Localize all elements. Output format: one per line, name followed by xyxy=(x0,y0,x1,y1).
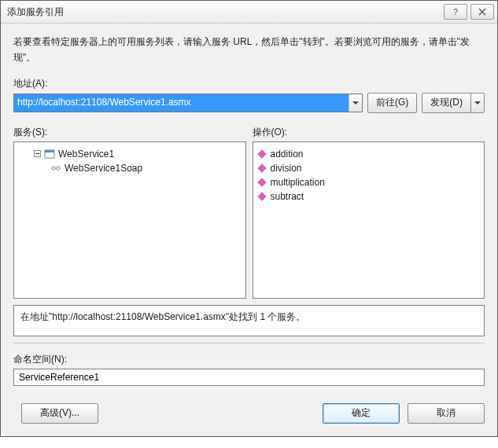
tree-row[interactable]: WebService1Soap xyxy=(16,161,244,175)
discover-button[interactable]: 发现(D) xyxy=(422,93,471,113)
address-value[interactable]: http://localhost:21108/WebService1.asmx xyxy=(14,94,349,112)
status-box: 在地址"http://localhost:21108/WebService1.a… xyxy=(13,305,485,336)
list-item[interactable]: addition xyxy=(255,147,483,161)
namespace-label: 命名空间(N): xyxy=(13,353,485,366)
instructions-text: 若要查看特定服务器上的可用服务列表，请输入服务 URL，然后单击"转到"。若要浏… xyxy=(13,35,485,66)
svg-point-3 xyxy=(52,166,55,169)
divider xyxy=(13,343,485,343)
address-row: http://localhost:21108/WebService1.asmx … xyxy=(13,93,485,113)
operation-label: subtract xyxy=(271,191,304,202)
operations-list[interactable]: addition division multiplication subtrac… xyxy=(253,141,485,299)
help-button[interactable]: ? xyxy=(444,4,467,20)
close-button[interactable] xyxy=(470,4,494,20)
expander-icon[interactable] xyxy=(33,150,41,157)
titlebar: 添加服务引用 ? xyxy=(1,0,497,24)
operation-label: addition xyxy=(271,149,304,160)
services-column: 服务(S): WebService1 xyxy=(13,126,246,299)
dialog-body: 若要查看特定服务器上的可用服务列表，请输入服务 URL，然后单击"转到"。若要浏… xyxy=(1,24,497,436)
ok-button[interactable]: 确定 xyxy=(323,403,400,424)
svg-rect-5 xyxy=(257,149,266,158)
cancel-button[interactable]: 取消 xyxy=(408,403,485,424)
svg-rect-7 xyxy=(257,178,266,186)
list-item[interactable]: multiplication xyxy=(255,175,483,189)
window-title: 添加服务引用 xyxy=(7,6,441,19)
operation-label: multiplication xyxy=(271,177,325,188)
go-button[interactable]: 前往(G) xyxy=(367,93,417,113)
soap-endpoint-icon xyxy=(50,163,61,174)
operation-icon xyxy=(256,149,267,160)
svg-point-4 xyxy=(57,166,60,169)
status-text: 在地址"http://localhost:21108/WebService1.a… xyxy=(20,311,305,322)
panes-row: 服务(S): WebService1 xyxy=(13,126,485,299)
operation-icon xyxy=(256,177,267,188)
svg-rect-6 xyxy=(257,163,266,172)
discover-dropdown[interactable] xyxy=(471,93,485,113)
operations-column: 操作(O): addition division multiplication xyxy=(253,126,485,299)
services-label: 服务(S): xyxy=(13,126,246,139)
operation-label: division xyxy=(271,163,302,174)
tree-item-label: WebService1 xyxy=(58,149,114,160)
address-dropdown-icon[interactable] xyxy=(349,94,362,112)
tree-item-label: WebService1Soap xyxy=(65,163,142,174)
discover-split-button: 发现(D) xyxy=(422,93,485,113)
operation-icon xyxy=(256,163,267,174)
address-label: 地址(A): xyxy=(13,77,485,90)
service-icon xyxy=(44,149,55,160)
address-combo[interactable]: http://localhost:21108/WebService1.asmx xyxy=(13,94,363,112)
tree-row[interactable]: WebService1 xyxy=(16,147,244,161)
footer-row: 高级(V)... 确定 取消 xyxy=(13,403,485,424)
operations-label: 操作(O): xyxy=(253,126,485,139)
services-tree[interactable]: WebService1 WebService1Soap xyxy=(13,141,246,299)
dialog-add-service-reference: 添加服务引用 ? 若要查看特定服务器上的可用服务列表，请输入服务 URL，然后单… xyxy=(0,0,498,437)
operation-icon xyxy=(256,191,267,202)
namespace-input[interactable] xyxy=(13,369,485,386)
svg-rect-2 xyxy=(45,150,54,152)
advanced-button[interactable]: 高级(V)... xyxy=(21,403,98,424)
svg-rect-8 xyxy=(257,192,266,200)
list-item[interactable]: subtract xyxy=(255,189,483,204)
list-item[interactable]: division xyxy=(255,161,483,175)
